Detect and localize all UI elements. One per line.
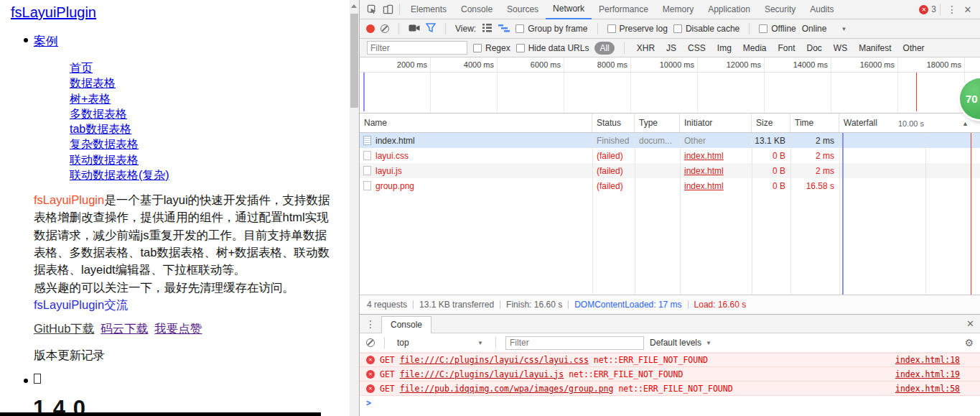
- column-header-initiator[interactable]: Initiator: [680, 114, 752, 132]
- separator: [398, 23, 399, 34]
- filter-pill-ws[interactable]: WS: [831, 42, 850, 55]
- hide-data-urls-checkbox[interactable]: Hide data URLs: [516, 43, 589, 53]
- initiator-link[interactable]: index.html: [684, 181, 724, 191]
- clear-icon[interactable]: [381, 24, 389, 33]
- tab-application[interactable]: Application: [701, 0, 757, 19]
- log-levels-select[interactable]: Default levels ▼: [650, 338, 711, 348]
- http-method: GET: [380, 384, 395, 394]
- console-filter-input[interactable]: [505, 336, 644, 350]
- gear-icon[interactable]: ⚙: [964, 337, 974, 348]
- table-row[interactable]: index.html Finished docum... Other 13.1 …: [360, 133, 980, 148]
- load-marker-line: [916, 73, 917, 111]
- initiator-link[interactable]: index.html: [684, 166, 724, 176]
- column-header-time[interactable]: Time: [790, 114, 839, 132]
- column-header-status[interactable]: Status: [592, 114, 635, 132]
- tab-elements[interactable]: Elements: [403, 0, 454, 19]
- filter-pill-css[interactable]: CSS: [685, 42, 709, 55]
- clear-console-icon[interactable]: [366, 338, 375, 347]
- tab-performance[interactable]: Performance: [592, 0, 655, 19]
- filter-pill-img[interactable]: Img: [714, 42, 734, 55]
- initiator-link[interactable]: index.html: [684, 151, 724, 161]
- chat-link[interactable]: fsLayuiPlugin交流: [34, 298, 128, 311]
- github-download-link[interactable]: GitHub下载: [34, 322, 94, 335]
- case-link[interactable]: 案例: [34, 33, 58, 50]
- checkbox-icon[interactable]: [515, 24, 524, 33]
- filter-pill-media[interactable]: Media: [740, 42, 770, 55]
- gitee-download-link[interactable]: 码云下载: [101, 322, 148, 335]
- column-header-size[interactable]: Size: [752, 114, 790, 132]
- group-by-frame-checkbox[interactable]: Group by frame: [515, 24, 587, 34]
- source-location-link[interactable]: index.html:19: [895, 369, 960, 379]
- timeline-tick: 10000 ms: [660, 60, 697, 69]
- list-item: tab数据表格: [70, 121, 169, 137]
- filter-pill-other[interactable]: Other: [900, 42, 928, 55]
- tab-sources[interactable]: Sources: [500, 0, 546, 19]
- size-cell: 0 B: [752, 151, 790, 161]
- devtools-menu-icon[interactable]: ⋮: [944, 0, 960, 19]
- error-count-badge[interactable]: ✕ 3: [919, 4, 936, 14]
- record-icon[interactable]: [366, 24, 375, 33]
- filter-pill-all[interactable]: All: [594, 42, 614, 55]
- network-timeline-overview[interactable]: 2000 ms 4000 ms 6000 ms 8000 ms 10000 ms…: [360, 57, 980, 114]
- nav-link-home[interactable]: 首页: [70, 62, 93, 74]
- tab-network[interactable]: Network: [546, 0, 592, 19]
- source-location-link[interactable]: index.html:58: [895, 384, 960, 394]
- nav-link-multi-table[interactable]: 多数据表格: [70, 108, 127, 120]
- page-title-link[interactable]: fsLayuiPlugin: [11, 4, 96, 21]
- checkbox-icon[interactable]: [673, 24, 682, 33]
- nav-link-datatable[interactable]: 数据表格: [70, 77, 116, 89]
- nav-link-tab-table[interactable]: tab数据表格: [70, 123, 131, 135]
- scrollbar-thumb[interactable]: [350, 14, 358, 108]
- offline-checkbox[interactable]: Offline: [759, 24, 795, 34]
- checkbox-icon[interactable]: [473, 44, 482, 52]
- checkbox-icon[interactable]: [607, 24, 616, 33]
- page-scrollbar[interactable]: [350, 0, 359, 416]
- error-url-link[interactable]: file://pub.idqqimg.com/wpa/images/group.…: [400, 384, 614, 394]
- column-header-type[interactable]: Type: [635, 114, 680, 132]
- filter-pill-xhr[interactable]: XHR: [634, 42, 658, 55]
- column-header-name[interactable]: Name: [360, 114, 592, 132]
- checkbox-icon[interactable]: [516, 44, 525, 52]
- inspect-element-icon[interactable]: [364, 0, 380, 19]
- filter-pill-doc[interactable]: Doc: [804, 42, 825, 55]
- console-prompt-row[interactable]: >: [360, 396, 980, 410]
- nav-link-complex-table[interactable]: 复杂数据表格: [70, 138, 139, 150]
- device-toolbar-icon[interactable]: [380, 0, 396, 19]
- table-row[interactable]: layui.css (failed) index.html 0 B 2 ms: [360, 148, 980, 163]
- scroll-up-icon[interactable]: [351, 4, 357, 8]
- network-filter-input[interactable]: [367, 41, 467, 55]
- filter-pill-manifest[interactable]: Manifest: [856, 42, 894, 55]
- disable-cache-checkbox[interactable]: Disable cache: [673, 24, 739, 34]
- separator: [749, 23, 750, 34]
- chevron-down-icon[interactable]: ▼: [841, 26, 846, 32]
- sort-ascending-icon[interactable]: ▲: [962, 120, 969, 127]
- error-url-link[interactable]: file:///C:/plugins/layui/layui.js: [400, 369, 564, 379]
- tab-memory[interactable]: Memory: [655, 0, 701, 19]
- tab-security[interactable]: Security: [757, 0, 803, 19]
- throttling-select[interactable]: Online: [802, 24, 827, 34]
- table-row[interactable]: group.png (failed) index.html 0 B 16.58 …: [360, 178, 980, 193]
- tab-console-drawer[interactable]: Console: [381, 316, 431, 333]
- checkbox-icon[interactable]: [759, 24, 767, 33]
- error-url-link[interactable]: file:///C:/plugins/layui/css/layui.css: [400, 355, 589, 365]
- table-row[interactable]: layui.js (failed) index.html 0 B 2 ms: [360, 163, 980, 178]
- tab-audits[interactable]: Audits: [803, 0, 841, 19]
- capture-screenshots-icon[interactable]: [409, 24, 420, 34]
- nav-link-linked-table-complex[interactable]: 联动数据表格(复杂): [70, 169, 169, 181]
- like-link[interactable]: 我要点赞: [154, 322, 202, 335]
- drawer-menu-icon[interactable]: ⋮: [365, 318, 375, 330]
- devtools-close-icon[interactable]: ✕: [960, 0, 976, 19]
- tab-console[interactable]: Console: [454, 0, 500, 19]
- nav-link-tree-table[interactable]: 树+表格: [70, 93, 111, 105]
- nav-link-linked-table[interactable]: 联动数据表格: [70, 154, 139, 166]
- preserve-log-checkbox[interactable]: Preserve log: [607, 24, 668, 34]
- drawer-close-icon[interactable]: ✕: [966, 318, 974, 329]
- filter-pill-js[interactable]: JS: [663, 42, 679, 55]
- regex-checkbox[interactable]: Regex: [473, 43, 510, 53]
- filter-icon[interactable]: [426, 23, 436, 34]
- context-select[interactable]: top ▼: [394, 338, 486, 348]
- list-view-icon[interactable]: [482, 23, 493, 34]
- overview-waterfall-icon[interactable]: [498, 24, 510, 34]
- filter-pill-font[interactable]: Font: [775, 42, 798, 55]
- source-location-link[interactable]: index.html:18: [895, 355, 960, 365]
